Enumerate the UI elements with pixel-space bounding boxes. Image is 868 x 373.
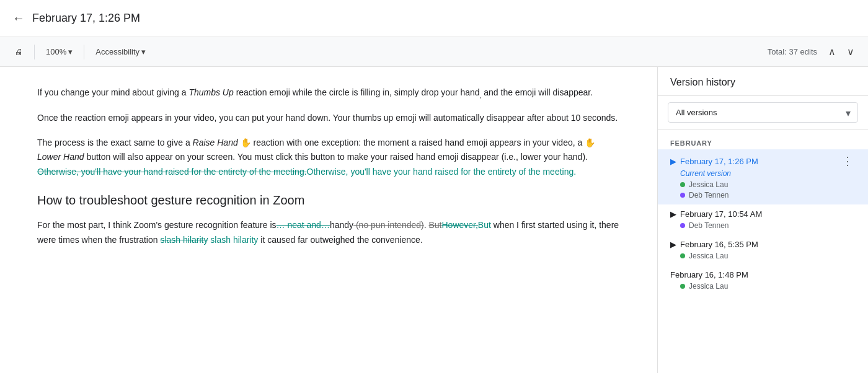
version-4-contributors: Jessica Lau xyxy=(680,282,856,291)
nav-down-button[interactable]: ∨ xyxy=(843,43,858,60)
strikethrough-but: But xyxy=(428,220,441,230)
version-item-1-header: ▶ February 17, 1:26 PM ⋮ xyxy=(670,154,856,168)
version-item-2-header: ▶ February 17, 10:54 AM xyxy=(670,209,856,219)
version-filter-section: All versions Named versions xyxy=(658,96,868,129)
paragraph-2: Once the reaction emoji appears in your … xyxy=(37,111,620,126)
italic-raise-hand: Raise Hand xyxy=(193,138,238,147)
version-2-date-text: February 17, 10:54 AM xyxy=(680,209,762,219)
version-4-date: February 16, 1:48 PM xyxy=(670,270,748,279)
italic-thumbs-up: Thumbs Up xyxy=(188,87,233,97)
strikethrough-hilarity: slash hilarity xyxy=(160,235,208,245)
v4-contributor-1-dot xyxy=(680,284,685,289)
version-history-sidebar: Version history All versions Named versi… xyxy=(657,67,868,373)
strikethrough-neat: … neat and… xyxy=(277,220,330,230)
v4-contributor-1-name: Jessica Lau xyxy=(689,282,728,291)
month-label-february: FEBRUARY xyxy=(658,134,868,149)
contributor-1-dot xyxy=(680,182,685,187)
strikethrough-nopun: (no pun intended) xyxy=(353,220,424,230)
header: ← February 17, 1:26 PM xyxy=(0,0,868,37)
version-3-arrow: ▶ xyxy=(670,240,676,249)
contributor-1-name: Jessica Lau xyxy=(689,180,728,189)
accessibility-label: Accessibility xyxy=(95,47,140,56)
toolbar-divider-2 xyxy=(84,45,84,59)
accessibility-dropdown[interactable]: Accessibility ▾ xyxy=(91,43,151,60)
paragraph-1: If you change your mind about giving a T… xyxy=(37,86,620,101)
version-3-date: ▶ February 16, 5:35 PM xyxy=(670,240,758,249)
version-4-contributor-1: Jessica Lau xyxy=(680,282,856,291)
toolbar: 🖨 100% ▾ Accessibility ▾ Total: 37 edits… xyxy=(0,37,868,67)
version-2-contributors: Deb Tennen xyxy=(680,221,856,230)
main-area: If you change your mind about giving a T… xyxy=(0,67,868,373)
v2-contributor-1-dot xyxy=(680,223,685,228)
inserted-but: But xyxy=(478,220,491,230)
version-item-3[interactable]: ▶ February 16, 5:35 PM Jessica Lau xyxy=(658,235,868,265)
version-1-contributor-2: Deb Tennen xyxy=(680,191,856,200)
document-area: If you change your mind about giving a T… xyxy=(0,67,657,373)
heading-troubleshoot: How to troubleshoot gesture recognition … xyxy=(37,190,620,211)
v3-contributor-1-dot xyxy=(680,253,685,258)
version-filter-select[interactable]: All versions Named versions xyxy=(668,102,858,123)
contributor-2-name: Deb Tennen xyxy=(689,191,729,200)
nav-up-button[interactable]: ∧ xyxy=(825,43,839,60)
sidebar-title: Version history xyxy=(658,67,868,96)
version-item-4[interactable]: February 16, 1:48 PM Jessica Lau xyxy=(658,265,868,296)
version-item-1[interactable]: ▶ February 17, 1:26 PM ⋮ Current version… xyxy=(658,149,868,204)
version-1-date-text: February 17, 1:26 PM xyxy=(680,157,758,166)
inserted-text-1: Otherwise, you'll have your hand raised … xyxy=(307,167,577,177)
paragraph-4: For the most part, I think Zoom's gestur… xyxy=(37,218,620,248)
contributor-2-dot xyxy=(680,193,685,198)
version-1-more-button[interactable]: ⋮ xyxy=(839,154,856,168)
version-item-4-header: February 16, 1:48 PM xyxy=(670,270,856,279)
version-1-date: ▶ February 17, 1:26 PM xyxy=(670,157,758,166)
v3-contributor-1-name: Jessica Lau xyxy=(689,252,728,260)
zoom-arrow-icon: ▾ xyxy=(68,47,73,56)
version-list: FEBRUARY ▶ February 17, 1:26 PM ⋮ Curren… xyxy=(658,129,868,373)
version-1-contributors: Jessica Lau Deb Tennen xyxy=(680,180,856,200)
strikethrough-text-1: Otherwise, you'll have your hand raised … xyxy=(37,167,307,177)
version-1-contributor-1: Jessica Lau xyxy=(680,180,856,189)
accessibility-arrow-icon: ▾ xyxy=(141,47,146,56)
chevron-up-icon: ∧ xyxy=(828,46,836,57)
chevron-down-icon: ∨ xyxy=(847,46,854,57)
print-icon: 🖨 xyxy=(15,47,23,56)
version-item-3-header: ▶ February 16, 5:35 PM xyxy=(670,240,856,249)
version-filter-wrapper: All versions Named versions xyxy=(668,102,858,123)
version-2-contributor-1: Deb Tennen xyxy=(680,221,856,230)
version-4-date-text: February 16, 1:48 PM xyxy=(670,270,748,279)
version-2-date: ▶ February 17, 10:54 AM xyxy=(670,209,762,219)
print-button[interactable]: 🖨 xyxy=(10,43,28,60)
back-button[interactable]: ← xyxy=(12,11,25,25)
toolbar-right: Total: 37 edits ∧ ∨ xyxy=(768,43,858,60)
version-2-arrow: ▶ xyxy=(670,209,676,219)
version-1-arrow: ▶ xyxy=(670,157,676,166)
back-icon: ← xyxy=(12,11,25,25)
version-3-date-text: February 16, 5:35 PM xyxy=(680,240,758,249)
version-3-contributors: Jessica Lau xyxy=(680,252,856,260)
italic-lower-hand: Lower Hand xyxy=(37,152,84,162)
version-item-2[interactable]: ▶ February 17, 10:54 AM Deb Tennen xyxy=(658,204,868,235)
v2-contributor-1-name: Deb Tennen xyxy=(689,221,729,230)
edits-count: Total: 37 edits xyxy=(768,47,817,56)
comma-subscript: , xyxy=(480,92,482,99)
doc-title: February 17, 1:26 PM xyxy=(32,12,140,25)
version-3-contributor-1: Jessica Lau xyxy=(680,252,856,260)
toolbar-divider-1 xyxy=(34,45,35,59)
zoom-dropdown[interactable]: 100% ▾ xyxy=(41,43,78,60)
inserted-hilarity: slash hilarity xyxy=(210,235,258,245)
zoom-value: 100% xyxy=(46,47,66,56)
version-1-current-label: Current version xyxy=(680,169,856,178)
strikethrough-however: However, xyxy=(442,220,478,230)
paragraph-3: The process is the exact same to give a … xyxy=(37,136,620,180)
